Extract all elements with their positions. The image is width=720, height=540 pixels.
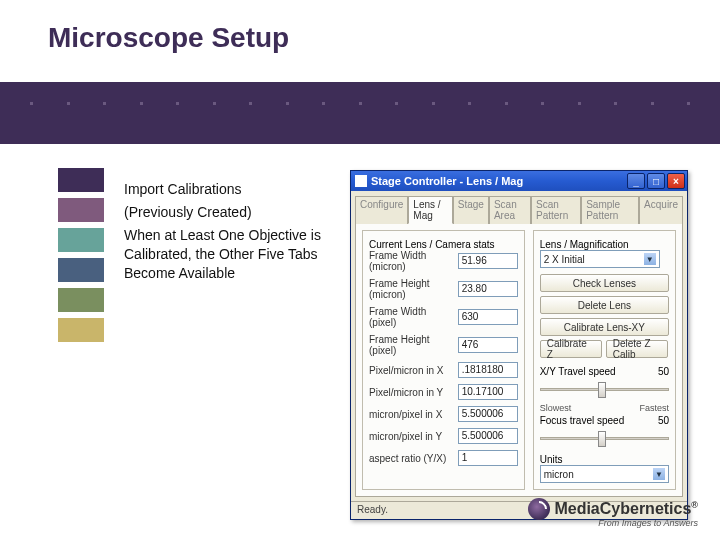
- label: Frame Height (micron): [369, 278, 454, 300]
- group-lens-magnification: Lens / Magnification 2 X Initial ▼ Check…: [533, 230, 676, 490]
- micron-pixel-y-input[interactable]: 5.500006: [458, 428, 518, 444]
- tab-sample-pattern[interactable]: Sample Pattern: [581, 196, 639, 224]
- tab-lens-mag[interactable]: Lens / Mag: [408, 196, 452, 224]
- label: micron/pixel in X: [369, 409, 454, 420]
- slider-hi-label: Fastest: [639, 403, 669, 413]
- window-icon: [355, 175, 367, 187]
- chevron-down-icon: ▼: [653, 468, 665, 480]
- label: Pixel/micron in Y: [369, 387, 454, 398]
- delete-z-calib-button[interactable]: Delete Z Calib: [606, 340, 668, 358]
- brand-logo: MediaCybernetics® From Images to Answers: [528, 498, 698, 528]
- logo-name: MediaCybernetics®: [554, 500, 698, 518]
- label: micron/pixel in Y: [369, 431, 454, 442]
- frame-width-micron-input[interactable]: 51.96: [458, 253, 518, 269]
- focus-travel-label: Focus travel speed: [540, 415, 625, 426]
- tab-scan-pattern[interactable]: Scan Pattern: [531, 196, 581, 224]
- logo-mark-icon: [528, 498, 550, 520]
- frame-width-pixel-input[interactable]: 630: [458, 309, 518, 325]
- calibrate-z-button[interactable]: Calibrate Z: [540, 340, 602, 358]
- units-value: micron: [544, 469, 574, 480]
- tab-configure[interactable]: Configure: [355, 196, 408, 224]
- bullet: Import Calibrations: [124, 180, 354, 199]
- decor-squares: [58, 168, 104, 342]
- chevron-down-icon: ▼: [644, 253, 656, 265]
- decor-dots: [0, 102, 720, 105]
- pixel-micron-y-input[interactable]: 10.17100: [458, 384, 518, 400]
- logo-tagline: From Images to Answers: [528, 518, 698, 528]
- lens-select[interactable]: 2 X Initial ▼: [540, 250, 660, 268]
- pixel-micron-x-input[interactable]: .1818180: [458, 362, 518, 378]
- label: Frame Width (pixel): [369, 306, 454, 328]
- group-current-stats: Current Lens / Camera stats Frame Width …: [362, 230, 525, 490]
- check-lenses-button[interactable]: Check Lenses: [540, 274, 669, 292]
- slide-title: Microscope Setup: [0, 0, 720, 54]
- units-group: Units micron ▼: [540, 454, 669, 483]
- calibrate-xy-button[interactable]: Calibrate Lens-XY: [540, 318, 669, 336]
- xy-travel-value: 50: [658, 366, 669, 377]
- group-right-legend: Lens / Magnification: [540, 239, 669, 250]
- xy-travel-label: X/Y Travel speed: [540, 366, 616, 377]
- units-label: Units: [540, 454, 669, 465]
- frame-height-micron-input[interactable]: 23.80: [458, 281, 518, 297]
- titlebar[interactable]: Stage Controller - Lens / Mag _ □ ×: [351, 171, 687, 191]
- tab-stage[interactable]: Stage: [453, 196, 489, 224]
- lens-select-value: 2 X Initial: [544, 254, 585, 265]
- label: Pixel/micron in X: [369, 365, 454, 376]
- tab-acquire[interactable]: Acquire: [639, 196, 683, 224]
- label: Frame Height (pixel): [369, 334, 454, 356]
- delete-lens-button[interactable]: Delete Lens: [540, 296, 669, 314]
- frame-height-pixel-input[interactable]: 476: [458, 337, 518, 353]
- micron-pixel-x-input[interactable]: 5.500006: [458, 406, 518, 422]
- tab-panel: Current Lens / Camera stats Frame Width …: [355, 223, 683, 497]
- focus-travel-slider[interactable]: [540, 428, 669, 448]
- slider-lo-label: Slowest: [540, 403, 572, 413]
- minimize-button[interactable]: _: [627, 173, 645, 189]
- window-title: Stage Controller - Lens / Mag: [371, 175, 523, 187]
- xy-travel-slider[interactable]: [540, 379, 669, 399]
- bullet: (Previously Created): [124, 203, 354, 222]
- group-left-legend: Current Lens / Camera stats: [369, 239, 518, 250]
- label: aspect ratio (Y/X): [369, 453, 454, 464]
- stage-controller-window: Stage Controller - Lens / Mag _ □ × Conf…: [350, 170, 688, 520]
- units-select[interactable]: micron ▼: [540, 465, 669, 483]
- bullet: When at Least One Objective is Calibrate…: [124, 226, 354, 283]
- header-band: [0, 82, 720, 144]
- tabstrip: Configure Lens / Mag Stage Scan Area Sca…: [351, 191, 687, 223]
- slide-content: Import Calibrations (Previously Created)…: [124, 180, 354, 286]
- focus-travel-speed: Slowest Fastest Focus travel speed 50: [540, 403, 669, 448]
- focus-travel-value: 50: [658, 415, 669, 426]
- xy-travel-speed: X/Y Travel speed 50: [540, 366, 669, 399]
- tab-scan-area[interactable]: Scan Area: [489, 196, 531, 224]
- maximize-button[interactable]: □: [647, 173, 665, 189]
- label: Frame Width (micron): [369, 250, 454, 272]
- aspect-ratio-input[interactable]: 1: [458, 450, 518, 466]
- close-button[interactable]: ×: [667, 173, 685, 189]
